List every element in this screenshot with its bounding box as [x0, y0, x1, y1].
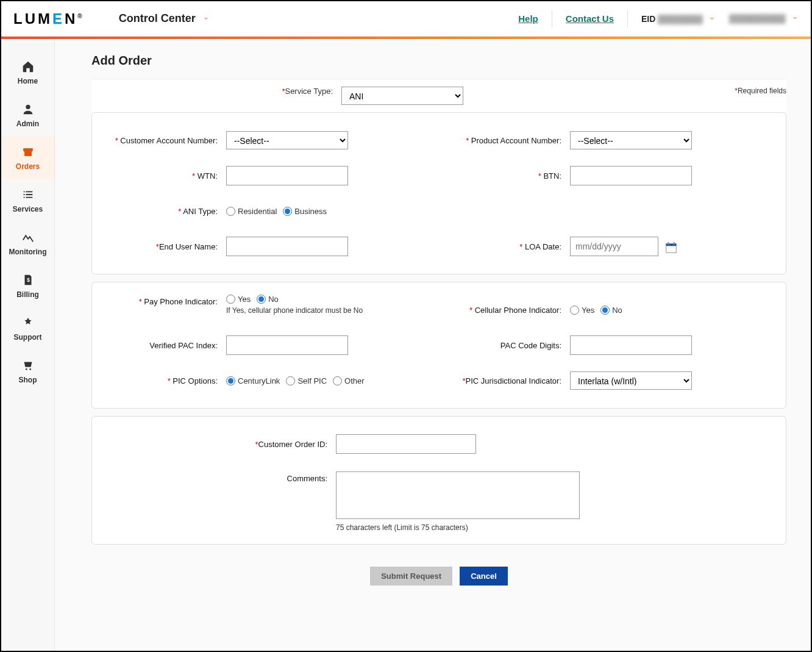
- pic-other-radio[interactable]: [333, 376, 342, 385]
- support-icon: [21, 316, 35, 329]
- product-account-select[interactable]: --Select--: [570, 131, 692, 149]
- action-row: Submit Request Cancel: [91, 552, 786, 610]
- contact-link[interactable]: Contact Us: [566, 13, 614, 24]
- comments-textarea[interactable]: [336, 471, 580, 519]
- sidebar-item-monitoring[interactable]: Monitoring: [1, 222, 54, 265]
- chevron-down-icon: [202, 12, 210, 25]
- admin-icon: [21, 102, 35, 116]
- chevron-down-icon: [708, 15, 716, 24]
- btn-input[interactable]: [570, 166, 692, 185]
- monitoring-icon: [21, 231, 35, 244]
- sidebar-item-shop[interactable]: Shop: [1, 350, 54, 393]
- calendar-icon[interactable]: [664, 241, 678, 254]
- home-icon: [21, 60, 35, 73]
- wtn-input[interactable]: [226, 166, 348, 185]
- sidebar-item-services[interactable]: Services: [1, 179, 54, 222]
- ani-business-radio[interactable]: [283, 207, 292, 216]
- sidebar-item-billing[interactable]: $ Billing: [1, 265, 54, 307]
- sidebar-item-home[interactable]: Home: [1, 51, 54, 94]
- cell-phone-radio: Yes No: [570, 306, 774, 315]
- services-icon: [21, 188, 35, 201]
- cell-yes-radio[interactable]: [570, 306, 579, 315]
- eid-menu[interactable]: EID ████████: [641, 14, 716, 24]
- billing-icon: $: [21, 273, 35, 287]
- shop-icon: [21, 359, 35, 372]
- pay-no-radio[interactable]: [257, 295, 266, 304]
- sidebar-item-support[interactable]: Support: [1, 307, 54, 350]
- service-type-select[interactable]: ANI: [341, 87, 463, 105]
- pac-code-input[interactable]: [570, 335, 692, 355]
- panel-phone-info: * Pay Phone Indicator: Yes No If Yes, ce…: [91, 282, 786, 409]
- cell-no-radio[interactable]: [600, 306, 610, 315]
- svg-rect-5: [666, 243, 676, 246]
- ani-type-radio: Residential Business: [226, 207, 430, 216]
- comments-hint: 75 characters left (Limit is 75 characte…: [336, 523, 774, 532]
- divider: [552, 10, 552, 27]
- pic-centurylink-radio[interactable]: [226, 376, 235, 385]
- help-link[interactable]: Help: [518, 13, 538, 24]
- app-switcher[interactable]: Control Center: [119, 12, 210, 25]
- cancel-button[interactable]: Cancel: [460, 567, 508, 586]
- orders-icon: [21, 145, 35, 159]
- pac-index-input[interactable]: [226, 335, 348, 355]
- svg-text:$: $: [27, 278, 30, 283]
- svg-rect-7: [673, 242, 674, 245]
- loa-date-input[interactable]: [570, 237, 658, 256]
- end-user-input[interactable]: [226, 237, 348, 256]
- customer-order-id-input[interactable]: [336, 434, 476, 454]
- svg-point-2: [25, 368, 27, 370]
- chevron-down-icon: [791, 14, 799, 23]
- required-note: *Required fields: [735, 87, 786, 95]
- pic-options-radio: CenturyLink Self PIC Other: [226, 376, 430, 385]
- svg-point-3: [29, 368, 31, 370]
- sidebar-item-orders[interactable]: Orders: [1, 137, 54, 179]
- logo: LUMEN®: [13, 10, 82, 27]
- divider: [627, 10, 628, 27]
- sidebar: Home Admin Orders Services Monitoring $ …: [1, 39, 55, 651]
- service-type-label: Service Type:: [285, 87, 333, 96]
- pay-yes-radio[interactable]: [226, 295, 235, 304]
- svg-point-0: [26, 105, 30, 109]
- pic-juris-select[interactable]: Interlata (w/Intl): [570, 371, 692, 390]
- service-type-row: *Service Type: ANI *Required fields: [91, 79, 786, 112]
- page-title: Add Order: [91, 54, 786, 68]
- panel-account-info: * Customer Account Number: --Select-- * …: [91, 112, 786, 274]
- account-menu[interactable]: ██████████: [729, 14, 799, 23]
- pay-phone-radio: Yes No: [226, 295, 430, 304]
- svg-rect-6: [668, 242, 669, 245]
- pay-phone-hint: If Yes, cellular phone indicator must be…: [226, 306, 430, 315]
- panel-order-id: *Customer Order ID: Comments: 75 charact…: [91, 416, 786, 545]
- topbar: LUMEN® Control Center Help Contact Us EI…: [1, 1, 811, 37]
- submit-button[interactable]: Submit Request: [370, 567, 452, 586]
- pic-self-radio[interactable]: [286, 376, 295, 385]
- customer-account-select[interactable]: --Select--: [226, 131, 348, 149]
- main-content: Add Order *Service Type: ANI *Required f…: [55, 39, 811, 651]
- ani-residential-radio[interactable]: [226, 207, 235, 216]
- sidebar-item-admin[interactable]: Admin: [1, 94, 54, 137]
